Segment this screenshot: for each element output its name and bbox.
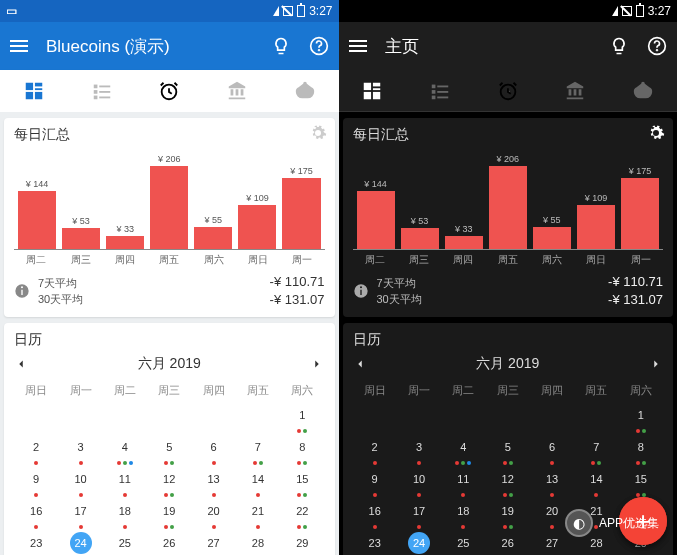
calendar-day[interactable]: 17 <box>397 498 441 530</box>
calendar-day[interactable]: 8 <box>280 434 324 466</box>
calendar-day[interactable]: 29 <box>280 530 324 555</box>
calendar-day[interactable]: 13 <box>191 466 235 498</box>
svg-rect-11 <box>93 96 97 100</box>
calendar-day[interactable]: 18 <box>441 498 485 530</box>
help-icon[interactable] <box>309 36 329 56</box>
calendar-day[interactable]: 20 <box>191 498 235 530</box>
tab-reminders[interactable] <box>497 80 519 102</box>
calendar-day[interactable]: 23 <box>353 530 397 555</box>
menu-button[interactable] <box>349 40 367 52</box>
calendar-day[interactable] <box>574 402 618 434</box>
next-month-button[interactable] <box>310 357 324 371</box>
battery-icon <box>636 5 644 17</box>
calendar-day[interactable] <box>58 402 102 434</box>
calendar-day[interactable]: 18 <box>103 498 147 530</box>
calendar-day[interactable]: 1 <box>280 402 324 434</box>
calendar-day[interactable]: 11 <box>441 466 485 498</box>
calendar-day[interactable]: 3 <box>58 434 102 466</box>
calendar-day[interactable]: 6 <box>530 434 574 466</box>
calendar-card: 日历 六月 2019 周日周一周二周三周四周五周六123456789101112… <box>4 323 335 555</box>
svg-rect-5 <box>26 92 33 99</box>
calendar-day[interactable]: 26 <box>486 530 530 555</box>
calendar-day[interactable]: 10 <box>58 466 102 498</box>
calendar-day[interactable]: 9 <box>353 466 397 498</box>
calendar-day[interactable] <box>441 402 485 434</box>
help-icon[interactable] <box>647 36 667 56</box>
calendar-day[interactable]: 4 <box>103 434 147 466</box>
calendar-day[interactable] <box>147 402 191 434</box>
status-bar: ▭ 3:27 <box>0 0 339 22</box>
calendar-day[interactable]: 22 <box>280 498 324 530</box>
tab-reminders[interactable] <box>158 80 180 102</box>
calendar-day[interactable]: 14 <box>574 466 618 498</box>
calendar-day[interactable]: 10 <box>397 466 441 498</box>
tab-accounts[interactable] <box>226 80 248 102</box>
info-icon[interactable] <box>353 283 369 299</box>
calendar-day[interactable]: 23 <box>14 530 58 555</box>
calendar-day[interactable]: 5 <box>486 434 530 466</box>
month-label: 六月 2019 <box>476 355 539 373</box>
next-month-button[interactable] <box>649 357 663 371</box>
tab-accounts[interactable] <box>564 80 586 102</box>
calendar-day[interactable]: 8 <box>619 434 663 466</box>
calendar-day[interactable]: 4 <box>441 434 485 466</box>
settings-icon[interactable] <box>647 124 665 142</box>
calendar-day[interactable]: 25 <box>103 530 147 555</box>
info-icon[interactable] <box>14 283 30 299</box>
calendar-day[interactable]: 15 <box>619 466 663 498</box>
calendar-day[interactable]: 11 <box>103 466 147 498</box>
stats-row: 7天平均 30天平均 -¥ 110.71 -¥ 131.07 <box>353 273 664 309</box>
calendar-day[interactable]: 7 <box>236 434 280 466</box>
calendar-day[interactable]: 24 <box>397 530 441 555</box>
calendar-day[interactable]: 2 <box>14 434 58 466</box>
calendar-day[interactable]: 19 <box>147 498 191 530</box>
calendar-day[interactable] <box>530 402 574 434</box>
calendar-day[interactable]: 17 <box>58 498 102 530</box>
calendar-day[interactable]: 12 <box>486 466 530 498</box>
tab-transactions[interactable] <box>91 80 113 102</box>
calendar-day[interactable]: 14 <box>236 466 280 498</box>
calendar-day[interactable]: 12 <box>147 466 191 498</box>
calendar-day[interactable]: 13 <box>530 466 574 498</box>
calendar-day[interactable] <box>486 402 530 434</box>
stat-values: -¥ 110.71 -¥ 131.07 <box>270 273 325 309</box>
calendar-day[interactable]: 24 <box>58 530 102 555</box>
calendar-day[interactable]: 5 <box>147 434 191 466</box>
status-bar: ▭ 3:27 <box>339 0 678 22</box>
calendar-day[interactable]: 25 <box>441 530 485 555</box>
calendar-day[interactable] <box>236 402 280 434</box>
settings-icon[interactable] <box>309 124 327 142</box>
calendar-day[interactable]: 26 <box>147 530 191 555</box>
calendar-day[interactable]: 2 <box>353 434 397 466</box>
calendar-day[interactable] <box>397 402 441 434</box>
calendar-day[interactable] <box>14 402 58 434</box>
tab-budget[interactable] <box>294 80 316 102</box>
calendar-day[interactable] <box>103 402 147 434</box>
tab-transactions[interactable] <box>429 80 451 102</box>
tab-dashboard[interactable] <box>361 80 383 102</box>
calendar-day[interactable]: 6 <box>191 434 235 466</box>
calendar-day[interactable]: 19 <box>486 498 530 530</box>
calendar-day[interactable]: 7 <box>574 434 618 466</box>
calendar-day[interactable]: 16 <box>353 498 397 530</box>
calendar-day[interactable]: 21 <box>236 498 280 530</box>
calendar-day[interactable]: 28 <box>236 530 280 555</box>
bulb-icon[interactable] <box>271 36 291 56</box>
tab-dashboard[interactable] <box>23 80 45 102</box>
calendar-day[interactable]: 3 <box>397 434 441 466</box>
calendar-title: 日历 <box>14 331 325 349</box>
prev-month-button[interactable] <box>353 357 367 371</box>
menu-button[interactable] <box>10 40 28 52</box>
calendar-day[interactable] <box>191 402 235 434</box>
calendar-day[interactable]: 9 <box>14 466 58 498</box>
tab-budget[interactable] <box>632 80 654 102</box>
calendar-day[interactable]: 16 <box>14 498 58 530</box>
calendar-day[interactable]: 15 <box>280 466 324 498</box>
calendar-day[interactable] <box>353 402 397 434</box>
prev-month-button[interactable] <box>14 357 28 371</box>
calendar-day[interactable]: 1 <box>619 402 663 434</box>
svg-point-15 <box>656 49 658 51</box>
bulb-icon[interactable] <box>609 36 629 56</box>
stat-labels: 7天平均 30天平均 <box>377 275 601 308</box>
calendar-day[interactable]: 27 <box>191 530 235 555</box>
